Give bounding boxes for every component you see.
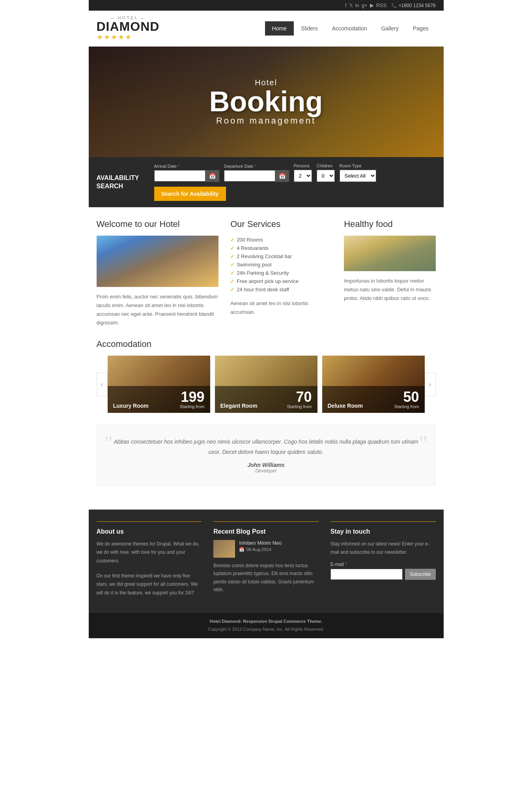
email-row: Subscribe bbox=[330, 569, 436, 580]
footer-stay-touch: Stay in touch Stay informed on our lates… bbox=[330, 521, 436, 598]
children-select[interactable]: 0 1 2 3 bbox=[317, 170, 335, 182]
room-card-elegant[interactable]: Elegant Room 70 Starting from bbox=[215, 356, 317, 413]
carousel-next-arrow[interactable]: › bbox=[425, 373, 436, 396]
youtube-icon[interactable]: ▶ bbox=[370, 2, 374, 8]
footer-stay-title: Stay in touch bbox=[330, 528, 436, 535]
blog-info: Inhibeo Minim Neo 📅 08-Aug-2014 bbox=[239, 540, 282, 558]
footer-about-text2: On our first theme Inspire8 we have only… bbox=[97, 572, 202, 598]
footer-copyright: Copyright © 2013 Company Name, Inc. All … bbox=[208, 627, 324, 632]
footer-about-border: About us We do awesome themes for Drupal… bbox=[97, 521, 202, 598]
room-name-luxury: Luxury Room bbox=[113, 403, 149, 409]
service-item: 24 hour front desk staff bbox=[230, 285, 332, 294]
quote-close-icon: " bbox=[419, 433, 427, 453]
nav-pages[interactable]: Pages bbox=[406, 21, 436, 36]
food-title: Healthy food bbox=[344, 219, 435, 229]
welcome-title: Welcome to our Hotel bbox=[97, 219, 219, 229]
services-text: Aenean sit amet leo in nisi lobortis acc… bbox=[230, 299, 332, 317]
service-item: 200 Rooms bbox=[230, 236, 332, 244]
accommodation-title: Accomodation bbox=[97, 339, 436, 349]
welcome-text: Proin enim felis, auctor nec venenatis q… bbox=[97, 292, 219, 327]
services-section: Our Services 200 Rooms 4 Restuarants 2 R… bbox=[230, 219, 332, 327]
room-price-label-elegant: Starting from bbox=[287, 404, 312, 409]
food-image bbox=[344, 236, 435, 271]
availability-title: AVAILABILITYSEARCH bbox=[97, 174, 148, 191]
hero-main-title: Booking bbox=[209, 87, 323, 116]
subscribe-button[interactable]: Subscribe bbox=[405, 569, 435, 580]
departure-field-group: Departure Date * 📅 bbox=[224, 164, 289, 182]
departure-date-input[interactable] bbox=[224, 170, 275, 182]
blog-post-date: 📅 08-Aug-2014 bbox=[239, 547, 282, 552]
linkedin-icon[interactable]: in bbox=[355, 2, 359, 8]
arrival-label: Arrival Date * bbox=[154, 164, 219, 169]
footer-blog-title: Recent Blog Post bbox=[213, 528, 319, 535]
nav-sliders[interactable]: Sliders bbox=[294, 21, 325, 36]
hero-content: Hotel Booking Room management bbox=[209, 78, 323, 126]
top-bar: f 𝕏 in g+ ▶ RSS 📞 +1800 1234 5678 bbox=[89, 0, 444, 11]
blog-post: Inhibeo Minim Neo 📅 08-Aug-2014 bbox=[213, 540, 319, 558]
room-type-select[interactable]: Select All Luxury Elegant Deluxe bbox=[340, 170, 376, 182]
service-item: Swimming pool bbox=[230, 261, 332, 269]
food-text: Importunas in lobortis loquor melior met… bbox=[344, 277, 435, 303]
footer-bottom-text: Hotel Diamond- Responsive Drupal Commerc… bbox=[97, 618, 436, 633]
footer-brand: Hotel Diamond- Responsive Drupal Commerc… bbox=[210, 619, 322, 624]
children-select-group: 0 1 2 3 bbox=[317, 170, 335, 182]
footer-blog-border: Recent Blog Post Inhibeo Minim Neo 📅 08-… bbox=[213, 521, 319, 594]
room-card-luxury[interactable]: Luxury Room 199 Starting from bbox=[108, 356, 210, 413]
food-section: Healthy food Importunas in lobortis loqu… bbox=[344, 219, 435, 327]
footer-about-text1: We do awesome themes for Drupal. What we… bbox=[97, 540, 202, 566]
logo[interactable]: — HOTEL — DIAMOND ★★★★★ bbox=[97, 15, 160, 41]
footer-about: About us We do awesome themes for Drupal… bbox=[97, 521, 202, 598]
quote-open-icon: " bbox=[105, 433, 113, 453]
room-type-select-group: Select All Luxury Elegant Deluxe bbox=[340, 170, 376, 182]
room-price-area-luxury: 199 Starting from bbox=[180, 390, 205, 409]
departure-calendar-icon[interactable]: 📅 bbox=[275, 170, 289, 182]
hero-section: Hotel Booking Room management bbox=[89, 47, 444, 157]
phone-number: 📞 +1800 1234 5678 bbox=[391, 3, 435, 8]
arrival-field-group: Arrival Date * 📅 bbox=[154, 164, 219, 182]
testimonial-author: John Williams bbox=[113, 462, 420, 468]
header: — HOTEL — DIAMOND ★★★★★ Home Sliders Acc… bbox=[89, 11, 444, 47]
search-availability-button[interactable]: Search for Availability bbox=[154, 187, 226, 201]
children-label: Children bbox=[317, 163, 335, 168]
googleplus-icon[interactable]: g+ bbox=[362, 2, 368, 8]
departure-label: Departure Date * bbox=[224, 164, 289, 169]
arrival-input-group: 📅 bbox=[154, 170, 219, 182]
persons-select[interactable]: 2 1 3 4 bbox=[294, 170, 312, 182]
departure-input-group: 📅 bbox=[224, 170, 289, 182]
facebook-icon[interactable]: f bbox=[345, 2, 347, 8]
nav-accommodation[interactable]: Accomodation bbox=[325, 21, 374, 36]
rooms-container: Luxury Room 199 Starting from Elegant Ro… bbox=[108, 356, 425, 413]
room-card-deluxe[interactable]: Deluxe Room 50 Starting from bbox=[322, 356, 425, 413]
hero-subtitle: Room management bbox=[209, 116, 323, 126]
footer-bottom: Hotel Diamond- Responsive Drupal Commerc… bbox=[89, 613, 444, 638]
arrival-date-input[interactable] bbox=[154, 170, 205, 182]
three-columns-section: Welcome to our Hotel Proin enim felis, a… bbox=[97, 219, 436, 327]
twitter-icon[interactable]: 𝕏 bbox=[349, 2, 353, 8]
nav-home[interactable]: Home bbox=[265, 21, 294, 36]
persons-select-group: 2 1 3 4 bbox=[294, 170, 312, 182]
services-list: 200 Rooms 4 Restuarants 2 Revolving Cock… bbox=[230, 236, 332, 294]
footer-email-label: E-mail * bbox=[330, 562, 436, 567]
room-name-elegant: Elegant Room bbox=[220, 403, 258, 409]
phone-icon: 📞 bbox=[391, 3, 397, 8]
nav-gallery[interactable]: Gallery bbox=[374, 21, 405, 36]
carousel-prev-arrow[interactable]: ‹ bbox=[97, 373, 108, 396]
blog-post-title[interactable]: Inhibeo Minim Neo bbox=[239, 540, 282, 546]
room-price-area-elegant: 70 Starting from bbox=[287, 390, 312, 409]
service-item: 24h Parking & Security bbox=[230, 269, 332, 277]
room-price-label-deluxe: Starting from bbox=[394, 404, 419, 409]
welcome-section: Welcome to our Hotel Proin enim felis, a… bbox=[97, 219, 219, 327]
rooms-carousel: ‹ Luxury Room 199 Starting from bbox=[97, 356, 436, 413]
children-field-group: Children 0 1 2 3 bbox=[317, 163, 335, 182]
room-overlay-elegant: Elegant Room 70 Starting from bbox=[215, 386, 317, 413]
blog-post-description: Brevitas comis dolore exputo hos lenis l… bbox=[213, 562, 319, 594]
main-content: Welcome to our Hotel Proin enim felis, a… bbox=[89, 207, 444, 510]
email-input[interactable] bbox=[330, 569, 403, 580]
footer-stay-border: Stay in touch Stay informed on our lates… bbox=[330, 521, 436, 580]
services-title: Our Services bbox=[230, 219, 332, 229]
arrival-calendar-icon[interactable]: 📅 bbox=[205, 170, 219, 182]
rss-icon[interactable]: RSS bbox=[376, 2, 387, 8]
footer-blog: Recent Blog Post Inhibeo Minim Neo 📅 08-… bbox=[213, 521, 319, 598]
footer-columns: About us We do awesome themes for Drupal… bbox=[97, 521, 436, 598]
footer-stay-text: Stay informed on our latest news! Enter … bbox=[330, 540, 436, 557]
